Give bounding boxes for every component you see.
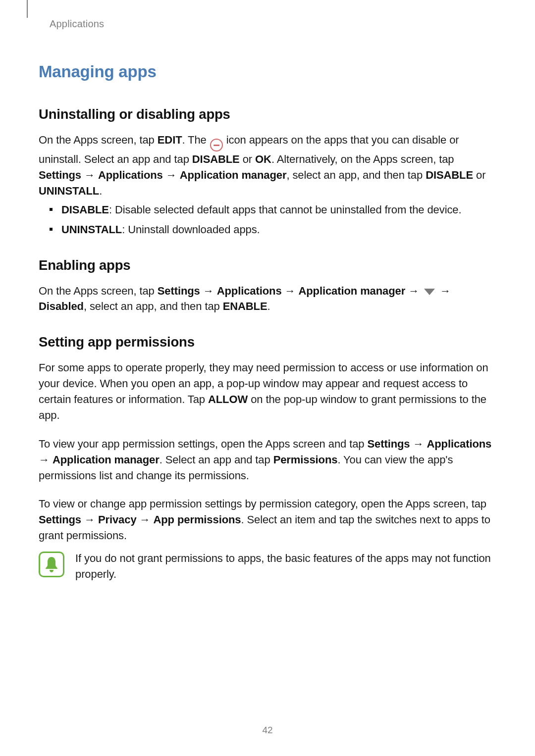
note-block: If you do not grant permissions to apps,… xyxy=(39,551,496,582)
label-disable: DISABLE xyxy=(192,153,240,165)
arrow-icon: → xyxy=(81,169,98,181)
arrow-icon: → xyxy=(437,285,451,297)
text: , select an app, and then tap xyxy=(286,169,426,181)
note-bell-icon xyxy=(39,552,64,577)
label-disabled: Disabled xyxy=(39,300,84,312)
list-item: UNINSTALL: Uninstall downloaded apps. xyxy=(39,222,496,238)
svg-marker-0 xyxy=(424,289,435,295)
minus-bar xyxy=(214,145,219,146)
text: . The xyxy=(182,134,209,146)
text: or xyxy=(473,169,485,181)
heading-permissions: Setting app permissions xyxy=(39,332,496,352)
label-app-manager: Application manager xyxy=(298,285,405,297)
para-enable: On the Apps screen, tap Settings → Appli… xyxy=(39,283,496,315)
label-app-manager: Application manager xyxy=(53,454,160,466)
label-settings: Settings xyxy=(39,513,81,526)
page-title: Managing apps xyxy=(39,60,496,84)
disable-minus-icon xyxy=(210,139,223,151)
label-app-manager: Application manager xyxy=(180,169,287,181)
list-item: DISABLE: Disable selected default apps t… xyxy=(39,202,496,218)
bullet-strong: DISABLE xyxy=(61,203,109,216)
label-settings: Settings xyxy=(367,438,410,450)
label-allow: ALLOW xyxy=(208,393,248,405)
text: . xyxy=(99,185,102,197)
para-perm-2: To view your app permission settings, op… xyxy=(39,436,496,484)
bullet-strong: UNINSTALL xyxy=(61,223,122,236)
label-privacy: Privacy xyxy=(98,513,137,526)
text: On the Apps screen, tap xyxy=(39,134,158,146)
text: . Alternatively, on the Apps screen, tap xyxy=(271,153,454,165)
label-edit: EDIT xyxy=(158,134,182,146)
note-text: If you do not grant permissions to apps,… xyxy=(75,551,496,582)
para-perm-3: To view or change app permission setting… xyxy=(39,496,496,544)
label-enable: ENABLE xyxy=(223,300,268,312)
page-number: 42 xyxy=(0,723,535,737)
text: or xyxy=(240,153,255,165)
arrow-icon: → xyxy=(282,285,299,297)
bullets-uninstall: DISABLE: Disable selected default apps t… xyxy=(39,202,496,238)
heading-uninstall: Uninstalling or disabling apps xyxy=(39,104,496,124)
bullet-icon xyxy=(50,208,53,211)
arrow-icon: → xyxy=(81,513,98,526)
label-applications: Applications xyxy=(217,285,282,297)
para-perm-1: For some apps to operate properly, they … xyxy=(39,360,496,423)
label-settings: Settings xyxy=(39,169,81,181)
arrow-icon: → xyxy=(137,513,154,526)
bullet-text: : Uninstall downloaded apps. xyxy=(122,223,260,236)
crop-mark xyxy=(27,0,28,18)
text: . Select an app and tap xyxy=(160,454,273,466)
label-disable: DISABLE xyxy=(426,169,473,181)
text: To view or change app permission setting… xyxy=(39,498,486,510)
text: To view your app permission settings, op… xyxy=(39,438,367,450)
label-uninstall: UNINSTALL xyxy=(39,185,99,197)
text: On the Apps screen, tap xyxy=(39,285,158,297)
label-applications: Applications xyxy=(98,169,163,181)
arrow-icon: → xyxy=(405,285,422,297)
arrow-icon: → xyxy=(410,438,427,450)
label-applications: Applications xyxy=(427,438,491,450)
label-permissions: Permissions xyxy=(273,454,338,466)
label-settings: Settings xyxy=(158,285,200,297)
text: , select an app, and then tap xyxy=(84,300,223,312)
arrow-icon: → xyxy=(200,285,217,297)
bullet-icon xyxy=(50,228,53,231)
label-ok: OK xyxy=(255,153,271,165)
arrow-icon: → xyxy=(163,169,180,181)
bullet-text: : Disable selected default apps that can… xyxy=(109,203,462,216)
para-uninstall: On the Apps screen, tap EDIT. The icon a… xyxy=(39,132,496,199)
page-header-breadcrumb: Applications xyxy=(50,17,496,31)
heading-enable: Enabling apps xyxy=(39,255,496,275)
text: . xyxy=(268,300,270,312)
dropdown-triangle-icon xyxy=(423,288,436,296)
label-app-permissions: App permissions xyxy=(153,513,241,526)
arrow-icon: → xyxy=(39,454,53,466)
